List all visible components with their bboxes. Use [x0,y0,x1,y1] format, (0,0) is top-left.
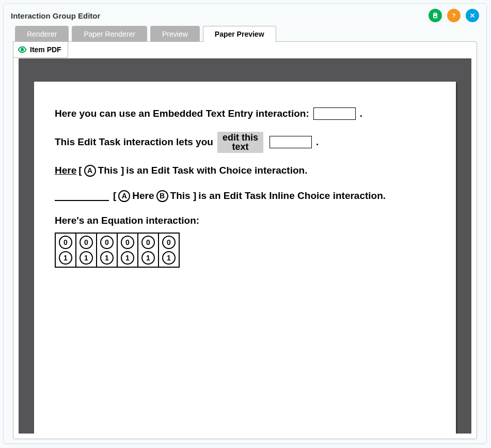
equation-bubble[interactable]: 1 [162,251,176,265]
inline-choice-option-a[interactable]: A [118,190,130,202]
editor-panel: Interaction Group Editor ? Renderer Pape… [3,3,487,444]
choice-target-word[interactable]: Here [55,163,76,178]
line-choice: Here [ A This ] is an Edit Task with Cho… [55,163,435,178]
equation-bubble[interactable]: 1 [59,251,72,265]
equation-bubble[interactable]: 0 [59,236,72,249]
save-button[interactable] [429,9,442,22]
line-edit-task: This Edit Task interaction lets you edit… [55,132,435,153]
edit-task-field[interactable] [270,136,312,148]
eye-icon [18,45,27,54]
equation-column: 01 [138,234,159,267]
pdf-viewer[interactable]: Here you can use an Embedded Text Entry … [19,58,471,434]
line-text-entry: Here you can use an Embedded Text Entry … [55,106,435,121]
equation-column: 01 [76,234,97,267]
close-button[interactable] [466,9,479,22]
tab-preview[interactable]: Preview [150,26,200,42]
equation-bubble[interactable]: 1 [80,251,93,265]
panel-title: Interaction Group Editor [11,11,423,20]
inline-choice-option-b[interactable]: B [156,190,168,202]
text-entry-field[interactable] [313,107,356,120]
tab-paper-renderer[interactable]: Paper Renderer [72,26,147,42]
equation-grid: 010101010101 [55,233,180,268]
choice-option-a[interactable]: A [84,165,96,177]
svg-rect-3 [434,16,437,18]
equation-bubble[interactable]: 0 [141,236,155,249]
equation-bubble[interactable]: 1 [141,251,155,265]
equation-column: 01 [159,234,179,267]
item-pdf-button[interactable]: Item PDF [13,42,68,58]
item-pdf-label: Item PDF [30,45,61,54]
content-frame: Item PDF Here you can use an Embedded Te… [13,41,477,439]
equation-bubble[interactable]: 0 [100,236,114,249]
equation-bubble[interactable]: 0 [162,236,176,249]
equation-bubble[interactable]: 1 [100,251,114,265]
floppy-disk-icon [432,12,439,19]
edit-task-chip[interactable]: edit this text [217,132,263,153]
equation-column: 01 [118,234,138,267]
tab-paper-preview[interactable]: Paper Preview [203,26,276,42]
close-icon [469,12,476,19]
svg-rect-2 [434,13,437,14]
line-equation-label: Here's an Equation interaction: [55,213,435,228]
equation-bubble[interactable]: 1 [121,251,134,265]
panel-header: Interaction Group Editor ? [4,4,486,25]
svg-text:?: ? [452,12,455,19]
line-inline-choice: [ A Here B This ] is an Edit Task Inline… [55,189,435,204]
tab-renderer[interactable]: Renderer [15,26,69,42]
svg-point-7 [21,49,24,51]
question-icon: ? [450,12,457,19]
inline-choice-blank[interactable] [55,191,109,200]
pdf-page: Here you can use an Embedded Text Entry … [34,82,456,434]
equation-column: 01 [97,234,118,267]
help-button[interactable]: ? [447,9,461,22]
tab-bar: Renderer Paper Renderer Preview Paper Pr… [4,25,486,41]
equation-bubble[interactable]: 0 [80,236,93,249]
equation-column: 01 [56,234,76,267]
equation-bubble[interactable]: 0 [121,236,134,249]
